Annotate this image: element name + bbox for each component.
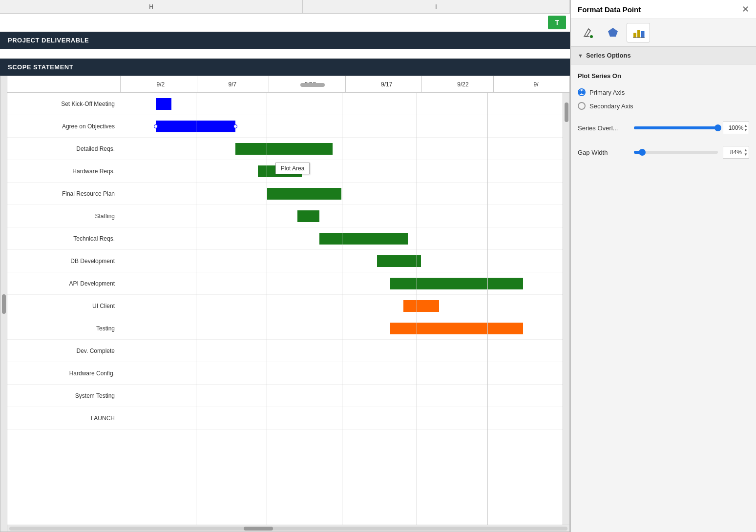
task-label-11: Dev. Complete — [7, 340, 121, 362]
task-label-1: Agree on Objectives — [7, 115, 121, 138]
v-scroll-thumb[interactable] — [2, 294, 6, 314]
h-scroll-thumb-top[interactable] — [300, 83, 325, 87]
fill-bucket-icon — [581, 26, 594, 40]
gantt-bar-4[interactable] — [267, 188, 342, 200]
task-label-13: System Testing — [7, 385, 121, 407]
panel-body: Plot Series On Primary Axis Secondary Ax… — [571, 64, 756, 166]
date-label-92: 9/2 — [157, 81, 165, 88]
gap-width-thumb[interactable] — [639, 149, 646, 156]
task-label-8: API Development — [7, 272, 121, 295]
gantt-bar-10[interactable] — [390, 323, 523, 334]
gantt-bar-6[interactable] — [319, 233, 408, 245]
gantt-bar-5[interactable] — [297, 210, 319, 222]
task-label-3: Hardware Reqs. — [7, 160, 121, 183]
svg-marker-2 — [608, 28, 618, 37]
chart-panel: H I T PROJECT DELIVERABLE SCOPE STATEMEN… — [0, 0, 570, 532]
task-labels-col: Set Kick-Off Meeting Agree on Objectives… — [7, 93, 121, 525]
gantt-bar-7[interactable] — [377, 255, 421, 267]
date-header-row: 9/2 9/7 9/12 9/17 9/22 9/ — [7, 76, 569, 93]
series-options-header: ▼ Series Options — [571, 47, 756, 64]
gap-width-track[interactable] — [634, 151, 718, 154]
task-label-2: Detailed Reqs. — [7, 138, 121, 160]
v-scroll-thumb-right[interactable] — [565, 102, 568, 122]
task-label-9: UI Client — [7, 295, 121, 317]
task-label-4: Final Resource Plan — [7, 183, 121, 205]
gap-width-spinner[interactable]: ▲ ▼ — [744, 148, 748, 157]
gap-width-row: Gap Width 84% ▲ ▼ — [578, 146, 749, 159]
plot-series-group: Plot Series On Primary Axis Secondary Ax… — [578, 72, 749, 110]
tab-shape[interactable] — [601, 23, 625, 42]
series-overlap-group: Series Overl... 100% ▲ ▼ — [578, 120, 749, 134]
task-label-6: Technical Reqs. — [7, 227, 121, 250]
selection-handle-right2[interactable] — [233, 124, 237, 128]
gantt-bar-8[interactable] — [390, 278, 523, 289]
series-overlap-thumb[interactable] — [714, 124, 721, 131]
svg-rect-3 — [633, 33, 636, 38]
gap-width-value-box: 84% ▲ ▼ — [723, 146, 749, 159]
task-label-0: Set Kick-Off Meeting — [7, 93, 121, 115]
plot-area-tooltip: Plot Area — [275, 163, 310, 174]
gantt-bar-0[interactable] — [156, 98, 171, 110]
series-overlap-track[interactable] — [634, 126, 718, 129]
primary-axis-radio[interactable] — [578, 88, 586, 96]
gap-width-group: Gap Width 84% ▲ ▼ — [578, 144, 749, 159]
panel-title: Format Data Point — [578, 5, 641, 14]
gap-width-up[interactable]: ▲ — [744, 148, 748, 152]
date-label-927: 9/ — [533, 81, 538, 88]
task-label-7: DB Development — [7, 250, 121, 272]
secondary-axis-radio[interactable] — [578, 102, 586, 110]
col-i: I — [303, 0, 570, 13]
series-options-title: Series Options — [586, 52, 631, 59]
panel-header: Format Data Point ✕ — [571, 0, 756, 19]
col-h: H — [0, 0, 303, 13]
task-label-12: Hardware Config. — [7, 362, 121, 385]
series-overlap-down[interactable]: ▼ — [744, 128, 748, 132]
task-label-14: LAUNCH — [7, 407, 121, 430]
plot-series-label: Plot Series On — [578, 72, 749, 80]
series-overlap-value: 100% — [729, 124, 744, 131]
selection-handle-left2[interactable] — [154, 124, 158, 128]
project-deliverable-header: PROJECT DELIVERABLE — [0, 32, 570, 49]
date-label-97: 9/7 — [229, 81, 237, 88]
tab-fill[interactable] — [576, 23, 599, 42]
series-overlap-row: Series Overl... 100% ▲ ▼ — [578, 122, 749, 134]
primary-axis-label: Primary Axis — [589, 89, 625, 96]
svg-rect-4 — [637, 30, 640, 38]
h-scrollbar — [7, 525, 569, 532]
gantt-bar-2[interactable] — [235, 143, 333, 155]
secondary-axis-label: Secondary Axis — [589, 102, 633, 110]
t-button[interactable]: T — [548, 16, 566, 29]
series-overlap-fill — [634, 126, 718, 129]
series-overlap-spinner[interactable]: ▲ ▼ — [744, 124, 748, 132]
format-data-point-panel: Format Data Point ✕ — [570, 0, 756, 532]
primary-axis-row[interactable]: Primary Axis — [578, 88, 749, 96]
gantt-bars-col: Plot Area — [121, 93, 563, 525]
h-scroll-thumb-bottom[interactable] — [244, 527, 273, 531]
gap-width-label: Gap Width — [578, 149, 629, 156]
series-overlap-up[interactable]: ▲ — [744, 124, 748, 128]
series-overlap-value-box: 100% ▲ ▼ — [723, 122, 749, 134]
svg-rect-5 — [641, 31, 644, 38]
date-label-917: 9/17 — [381, 81, 392, 88]
scope-statement-header: SCOPE STATEMENT — [0, 59, 570, 76]
gap-width-down[interactable]: ▼ — [744, 153, 748, 157]
date-label-922: 9/22 — [457, 81, 468, 88]
close-panel-button[interactable]: ✕ — [742, 5, 749, 14]
format-tabs — [571, 19, 756, 47]
task-label-10: Testing — [7, 317, 121, 340]
bar-chart-icon — [631, 26, 645, 40]
gantt-chart-frame: 9/2 9/7 9/12 9/17 9/22 9/ — [0, 76, 570, 532]
series-overlap-label: Series Overl... — [578, 124, 629, 132]
section-collapse-arrow[interactable]: ▼ — [578, 53, 583, 59]
column-headers: H I — [0, 0, 570, 14]
tab-series[interactable] — [627, 23, 650, 42]
gantt-rows: Set Kick-Off Meeting Agree on Objectives… — [7, 93, 569, 525]
pentagon-icon — [606, 26, 620, 40]
gantt-bar-9[interactable] — [403, 300, 439, 312]
secondary-axis-row[interactable]: Secondary Axis — [578, 102, 749, 110]
task-label-5: Staffing — [7, 205, 121, 227]
svg-point-0 — [590, 35, 593, 38]
gap-width-value: 84% — [730, 149, 742, 156]
